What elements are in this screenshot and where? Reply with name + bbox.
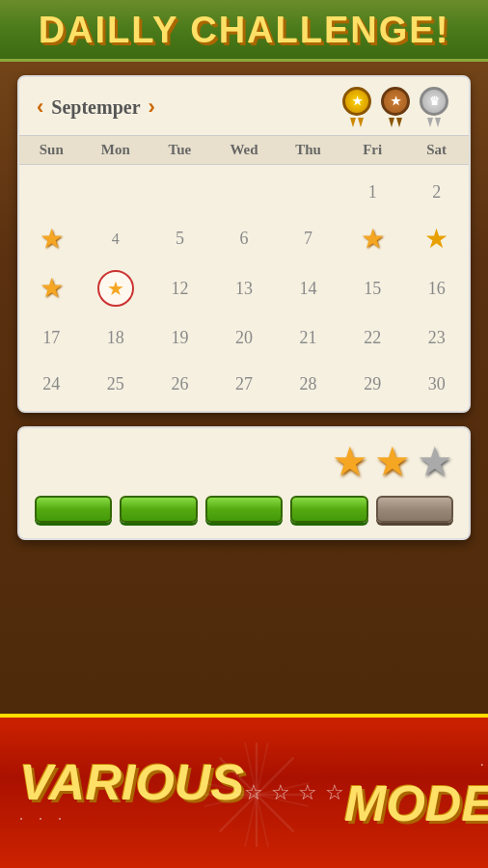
cal-day-23[interactable]: 23: [404, 314, 469, 361]
month-navigation: ‹ Septemper ›: [37, 95, 155, 120]
cal-day-6[interactable]: 6: [212, 215, 277, 262]
bottom-banner: VARIOUS · · · ☆ ☆ ☆ ☆ · · · MODES: [0, 714, 488, 868]
cal-day-11[interactable]: ★: [84, 262, 149, 314]
ribbon-left-silver: [427, 118, 433, 127]
progress-bar-2[interactable]: [120, 496, 197, 523]
medal-bronze: ★: [378, 87, 413, 127]
cal-day-5[interactable]: 5: [148, 215, 212, 262]
cal-day-30[interactable]: 30: [404, 361, 469, 407]
ribbon-left-bronze: [389, 118, 394, 127]
banner-modes-label: MODES: [344, 778, 488, 828]
cal-day-21[interactable]: 21: [276, 314, 340, 361]
cal-day-13[interactable]: 13: [212, 262, 277, 314]
cal-day-20[interactable]: 20: [212, 314, 277, 361]
star-1-icon: ★: [332, 442, 368, 482]
table-row[interactable]: [84, 169, 149, 215]
progress-bars: [35, 496, 453, 523]
star-3-icon: ★: [417, 442, 453, 482]
cal-day-17[interactable]: 17: [19, 314, 84, 361]
medal-gold: ★: [339, 87, 374, 127]
cal-day-14[interactable]: 14: [276, 262, 340, 314]
cal-day-9[interactable]: ★: [404, 215, 469, 262]
medal-silver: ♛: [417, 87, 451, 127]
progress-bar-5: [376, 496, 453, 523]
medal-row: ★ ★: [339, 87, 451, 127]
score-panel: ★ ★ ★: [17, 426, 471, 540]
cal-day-29[interactable]: 29: [340, 361, 405, 407]
cal-day-24[interactable]: 24: [19, 361, 84, 407]
header: DAILLY CHALLENGE!: [0, 0, 488, 62]
cal-day-15[interactable]: 15: [340, 262, 405, 314]
star-circled-icon: ★: [97, 270, 134, 307]
day-header-wed: Wed: [212, 136, 277, 164]
cal-day-18[interactable]: 18: [84, 314, 149, 361]
cal-day-28[interactable]: 28: [276, 361, 340, 407]
cal-day-12[interactable]: 12: [148, 262, 212, 314]
cal-day-8[interactable]: ★: [340, 215, 405, 262]
star-2-icon: ★: [374, 442, 411, 482]
progress-bar-1[interactable]: [35, 496, 112, 523]
table-row[interactable]: [212, 169, 277, 215]
prev-month-button[interactable]: ‹: [37, 95, 43, 120]
cal-day-19[interactable]: 19: [148, 314, 212, 361]
table-row[interactable]: [148, 169, 212, 215]
table-row[interactable]: [276, 169, 340, 215]
day-headers-row: Sun Mon Tue Wed Thu Fri Sat: [19, 135, 469, 165]
ribbon-left-gold: [350, 118, 356, 127]
cal-day-10[interactable]: ★: [19, 262, 84, 314]
ribbon-right-silver: [435, 118, 441, 127]
day-header-tue: Tue: [148, 136, 212, 164]
banner-dots-left: · · ·: [19, 811, 68, 828]
progress-bar-4[interactable]: [290, 496, 367, 523]
star-icon: ★: [361, 226, 385, 253]
star-icon: ★: [40, 275, 64, 302]
calendar-grid: 1 2 ★ 4 5 6 7 ★ ★ ★ ★: [19, 165, 469, 411]
stars-display: ★ ★ ★: [35, 442, 453, 482]
banner-right: · · · MODES: [344, 757, 488, 828]
day-header-sat: Sat: [404, 136, 469, 164]
cal-day-25[interactable]: 25: [84, 361, 149, 407]
page-title: DAILLY CHALLENGE!: [0, 10, 488, 51]
table-row[interactable]: [19, 169, 84, 215]
cal-day-22[interactable]: 22: [340, 314, 405, 361]
cal-day-3[interactable]: ★: [19, 215, 84, 262]
cal-day-27[interactable]: 27: [212, 361, 277, 407]
sunburst-icon: [199, 727, 314, 862]
banner-star-icon-4: ☆: [325, 780, 344, 805]
calendar-nav: ‹ Septemper › ★ ★: [19, 77, 469, 135]
star-icon: ★: [40, 226, 64, 253]
cal-day-7[interactable]: 7: [276, 215, 340, 262]
app-container: DAILLY CHALLENGE! ‹ Septemper › ★: [0, 0, 488, 868]
cal-day-1[interactable]: 1: [340, 169, 405, 215]
banner-dots-right: · · ·: [480, 757, 488, 774]
cal-day-16[interactable]: 16: [404, 262, 469, 314]
day-header-thu: Thu: [276, 136, 340, 164]
cal-day-26[interactable]: 26: [148, 361, 212, 407]
ribbon-right-gold: [358, 118, 364, 127]
day-header-sun: Sun: [19, 136, 84, 164]
calendar-card: ‹ Septemper › ★ ★: [17, 75, 471, 413]
progress-bar-3[interactable]: [205, 496, 283, 523]
day-header-fri: Fri: [340, 136, 405, 164]
month-label: Septemper: [51, 96, 140, 119]
cal-day-4[interactable]: 4: [84, 215, 149, 262]
day-header-mon: Mon: [84, 136, 149, 164]
star-icon-sat: ★: [424, 223, 448, 255]
ribbon-right-bronze: [396, 118, 402, 127]
next-month-button[interactable]: ›: [149, 95, 155, 120]
cal-day-2[interactable]: 2: [404, 169, 469, 215]
